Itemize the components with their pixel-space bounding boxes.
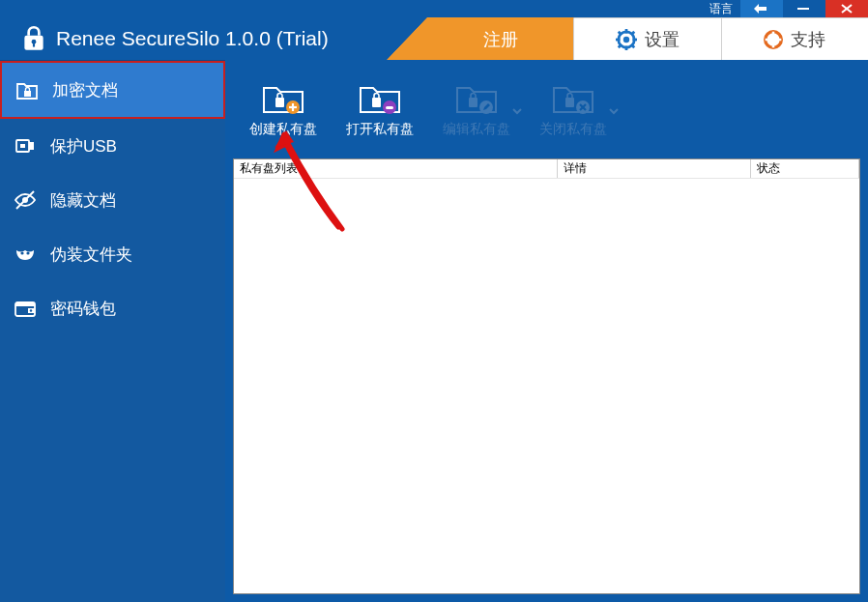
- mask-icon: [14, 243, 37, 266]
- window-controls-strip: 语言: [0, 0, 868, 17]
- tab-settings-label: 设置: [645, 28, 680, 51]
- sidebar-item-label: 加密文档: [52, 79, 118, 101]
- svg-point-34: [30, 309, 32, 311]
- sidebar-item-label: 隐藏文档: [50, 189, 116, 212]
- toolbar-open-disk[interactable]: 打开私有盘: [332, 60, 428, 158]
- toolbar-button-label: 编辑私有盘: [443, 121, 510, 138]
- sidebar-item-label: 密码钱包: [50, 298, 116, 320]
- chevron-down-icon: [511, 104, 523, 120]
- svg-rect-32: [15, 302, 35, 306]
- toolbar: 创建私有盘 打开私有盘: [225, 60, 868, 158]
- tab-settings[interactable]: 设置: [574, 17, 721, 60]
- sidebar-item-password-wallet[interactable]: 密码钱包: [0, 281, 225, 335]
- column-header-name[interactable]: 私有盘列表: [234, 159, 558, 178]
- tab-support[interactable]: 支持: [722, 17, 868, 60]
- tab-support-label: 支持: [791, 28, 825, 51]
- toolbar-close-disk: 关闭私有盘: [525, 60, 622, 158]
- folder-edit-icon: [455, 80, 498, 115]
- sidebar-item-label: 保护USB: [50, 135, 117, 158]
- content-panel: 创建私有盘 打开私有盘: [225, 60, 868, 602]
- toolbar-edit-disk: 编辑私有盘: [428, 60, 525, 158]
- svg-rect-23: [24, 91, 31, 97]
- toolbar-button-label: 创建私有盘: [249, 121, 317, 138]
- toolbar-button-label: 关闭私有盘: [539, 121, 607, 138]
- tab-register[interactable]: 注册: [427, 17, 574, 60]
- toolbar-button-label: 打开私有盘: [346, 121, 414, 138]
- app-title-area: Renee SecureSilo 1.0.0 (Trial): [0, 24, 387, 53]
- svg-rect-42: [469, 98, 477, 107]
- tab-register-label: 注册: [483, 28, 518, 51]
- private-disk-listview[interactable]: 私有盘列表 详情 状态: [233, 158, 860, 594]
- svg-rect-2: [797, 8, 809, 10]
- toolbar-create-disk[interactable]: 创建私有盘: [235, 60, 332, 158]
- svg-rect-7: [33, 43, 35, 46]
- lifebuoy-icon: [764, 30, 783, 49]
- chevron-down-icon: [608, 104, 620, 120]
- back-button[interactable]: [740, 0, 783, 17]
- sidebar: 加密文档 保护USB 隐藏文档 伪装文件夹 密码钱包: [0, 60, 225, 602]
- language-label[interactable]: 语言: [709, 0, 740, 17]
- svg-marker-0: [754, 4, 759, 14]
- wallet-icon: [14, 297, 37, 320]
- column-header-detail[interactable]: 详情: [558, 159, 751, 178]
- list-panel-wrap: 私有盘列表 详情 状态: [225, 158, 868, 602]
- lock-icon: [21, 24, 46, 53]
- column-header-status[interactable]: 状态: [751, 159, 859, 178]
- sidebar-item-disguise-folder[interactable]: 伪装文件夹: [0, 227, 225, 281]
- sidebar-item-label: 伪装文件夹: [50, 244, 132, 266]
- folder-lock-icon: [15, 78, 39, 101]
- sidebar-item-hide-doc[interactable]: 隐藏文档: [0, 173, 225, 227]
- svg-rect-1: [759, 7, 767, 11]
- svg-rect-39: [372, 98, 381, 107]
- folder-close-icon: [552, 80, 594, 115]
- svg-rect-26: [20, 144, 25, 148]
- close-button[interactable]: [825, 0, 868, 17]
- app-title: Renee SecureSilo 1.0.0 (Trial): [56, 27, 329, 50]
- title-bar: Renee SecureSilo 1.0.0 (Trial) 注册 设置: [0, 17, 868, 60]
- minimize-button[interactable]: [783, 0, 825, 17]
- title-wedge: [387, 17, 427, 60]
- sidebar-item-encrypt-doc[interactable]: 加密文档: [0, 61, 225, 119]
- gear-icon: [616, 29, 637, 50]
- svg-rect-44: [565, 98, 574, 107]
- svg-rect-41: [386, 106, 393, 109]
- folder-add-icon: [262, 80, 304, 115]
- sidebar-item-protect-usb[interactable]: 保护USB: [0, 119, 225, 173]
- svg-point-29: [20, 251, 23, 254]
- svg-point-30: [26, 251, 29, 254]
- header-tabs: 注册 设置 支持: [427, 17, 868, 60]
- svg-rect-35: [275, 98, 284, 107]
- svg-rect-25: [29, 142, 34, 150]
- list-header: 私有盘列表 详情 状态: [234, 159, 859, 179]
- eye-off-icon: [14, 188, 37, 212]
- folder-open-lock-icon: [359, 80, 401, 115]
- usb-icon: [14, 134, 37, 158]
- svg-point-9: [623, 36, 629, 42]
- main-area: 加密文档 保护USB 隐藏文档 伪装文件夹 密码钱包: [0, 60, 868, 602]
